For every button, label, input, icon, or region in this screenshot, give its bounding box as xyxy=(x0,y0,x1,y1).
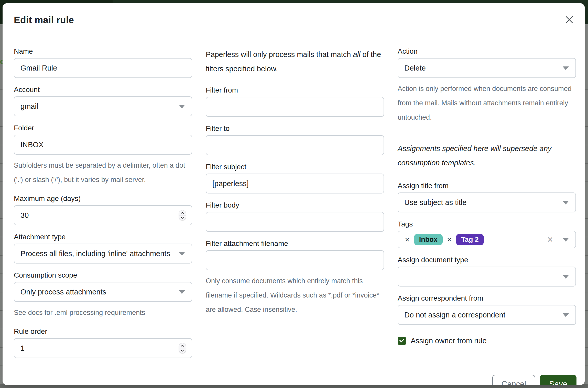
field-maximum-age: Maximum age (days) xyxy=(14,195,192,225)
close-icon xyxy=(565,16,573,24)
assign-correspondent-from-select[interactable]: Do not assign a correspondent xyxy=(398,305,576,325)
maximum-age-input[interactable] xyxy=(14,205,192,225)
chevron-down-icon xyxy=(563,275,569,279)
field-filter-from: Filter from xyxy=(206,86,384,117)
field-assign-owner: Assign owner from rule xyxy=(398,337,576,345)
remove-tag-icon[interactable]: × xyxy=(405,235,410,244)
tag-chip-inbox: Inbox xyxy=(414,234,443,245)
filter-to-label: Filter to xyxy=(206,124,384,133)
remove-tag-icon[interactable]: × xyxy=(447,235,452,244)
field-assign-correspondent-from: Assign correspondent from Do not assign … xyxy=(398,294,576,325)
field-consumption-scope: Consumption scope Only process attachmen… xyxy=(14,271,192,320)
chevron-down-icon xyxy=(179,252,185,256)
field-tags: Tags × Inbox × Tag 2 × xyxy=(398,220,576,248)
spin-down-icon[interactable] xyxy=(179,348,186,353)
field-filter-to: Filter to xyxy=(206,124,384,155)
filter-from-label: Filter from xyxy=(206,86,384,94)
name-input[interactable] xyxy=(14,58,192,78)
filter-subject-input[interactable] xyxy=(206,174,384,193)
assign-correspondent-from-select-value: Do not assign a correspondent xyxy=(404,311,505,319)
field-filter-attachment-filename: Filter attachment filename Only consume … xyxy=(206,239,384,317)
folder-input[interactable] xyxy=(14,135,192,155)
rule-order-label: Rule order xyxy=(14,327,192,336)
field-assign-title-from: Assign title from Use subject as title xyxy=(398,182,576,212)
dialog-header: Edit mail rule xyxy=(3,3,585,37)
filter-body-label: Filter body xyxy=(206,201,384,209)
attachment-type-select-value: Process all files, including 'inline' at… xyxy=(20,249,170,258)
field-assign-document-type: Assign document type xyxy=(398,256,576,287)
consumption-scope-select-value: Only process attachments xyxy=(20,288,106,296)
field-name: Name xyxy=(14,47,192,78)
filter-body-input[interactable] xyxy=(206,212,384,232)
column-action: Action Delete Action is only performed w… xyxy=(398,47,576,366)
edit-mail-rule-dialog: Edit mail rule Name Account gmail Fo xyxy=(3,3,585,385)
name-label: Name xyxy=(14,47,192,55)
field-action: Action Delete Action is only performed w… xyxy=(398,47,576,124)
action-label: Action xyxy=(398,47,576,55)
field-account: Account gmail xyxy=(14,86,192,116)
close-button[interactable] xyxy=(563,14,576,27)
tags-label: Tags xyxy=(398,220,576,228)
dialog-title: Edit mail rule xyxy=(14,15,74,26)
spin-up-icon[interactable] xyxy=(179,343,186,348)
dialog-body: Name Account gmail Folder Subfolders mus… xyxy=(3,37,585,366)
filter-subject-label: Filter subject xyxy=(206,163,384,171)
filters-intro-text: Paperless will only process mails that m… xyxy=(206,47,384,76)
assign-title-from-select[interactable]: Use subject as title xyxy=(398,192,576,212)
consumption-scope-select[interactable]: Only process attachments xyxy=(14,282,192,302)
chevron-down-icon xyxy=(563,66,569,70)
filter-to-input[interactable] xyxy=(206,135,384,155)
column-general: Name Account gmail Folder Subfolders mus… xyxy=(14,47,192,366)
assign-owner-checkbox[interactable] xyxy=(398,337,406,345)
account-select-value: gmail xyxy=(20,102,38,111)
clear-tags-icon[interactable]: × xyxy=(547,235,553,244)
save-button[interactable]: Save xyxy=(540,375,576,385)
filter-attachment-filename-input[interactable] xyxy=(206,250,384,270)
checkmark-icon xyxy=(399,338,405,344)
folder-help-text: Subfolders must be separated by a delimi… xyxy=(14,158,192,187)
filter-attachment-filename-label: Filter attachment filename xyxy=(206,239,384,248)
consumption-scope-label: Consumption scope xyxy=(14,271,192,279)
consumption-scope-help-text: See docs for .eml processing requirement… xyxy=(14,305,192,320)
chevron-down-icon xyxy=(563,313,569,317)
account-label: Account xyxy=(14,86,192,94)
chevron-down-icon xyxy=(179,105,185,108)
assign-document-type-label: Assign document type xyxy=(398,256,576,264)
spin-up-icon[interactable] xyxy=(179,210,186,215)
cancel-button[interactable]: Cancel xyxy=(492,375,536,385)
filter-from-input[interactable] xyxy=(206,97,384,117)
maximum-age-label: Maximum age (days) xyxy=(14,195,192,203)
field-rule-order: Rule order xyxy=(14,327,192,358)
spin-down-icon[interactable] xyxy=(179,215,186,220)
attachment-type-select[interactable]: Process all files, including 'inline' at… xyxy=(14,244,192,264)
assignments-note: Assignments specified here will supersed… xyxy=(398,141,576,170)
chevron-down-icon xyxy=(179,290,185,294)
tag-chip-tag2: Tag 2 xyxy=(456,234,484,245)
field-filter-subject: Filter subject xyxy=(206,163,384,193)
tags-select[interactable]: × Inbox × Tag 2 × xyxy=(398,231,576,248)
action-select-value: Delete xyxy=(404,64,426,72)
field-attachment-type: Attachment type Process all files, inclu… xyxy=(14,233,192,264)
attachment-type-label: Attachment type xyxy=(14,233,192,241)
dialog-footer: Cancel Save xyxy=(3,366,585,385)
column-filters: Paperless will only process mails that m… xyxy=(206,47,384,366)
rule-order-input[interactable] xyxy=(14,338,192,358)
field-filter-body: Filter body xyxy=(206,201,384,232)
action-select[interactable]: Delete xyxy=(398,58,576,78)
folder-label: Folder xyxy=(14,124,192,132)
assign-title-from-select-value: Use subject as title xyxy=(404,198,466,207)
filter-attachment-filename-help-text: Only consume documents which entirely ma… xyxy=(206,274,384,317)
assign-correspondent-from-label: Assign correspondent from xyxy=(398,294,576,302)
assign-document-type-select[interactable] xyxy=(398,267,576,287)
assign-owner-label: Assign owner from rule xyxy=(411,337,487,345)
maximum-age-stepper[interactable] xyxy=(179,210,186,220)
action-help-text: Action is only performed when documents … xyxy=(398,82,576,124)
chevron-down-icon xyxy=(563,238,569,242)
rule-order-stepper[interactable] xyxy=(179,343,186,353)
assign-title-from-label: Assign title from xyxy=(398,182,576,190)
account-select[interactable]: gmail xyxy=(14,96,192,116)
chevron-down-icon xyxy=(563,201,569,204)
backdrop-bottom-strip xyxy=(0,384,588,388)
field-folder: Folder Subfolders must be separated by a… xyxy=(14,124,192,187)
